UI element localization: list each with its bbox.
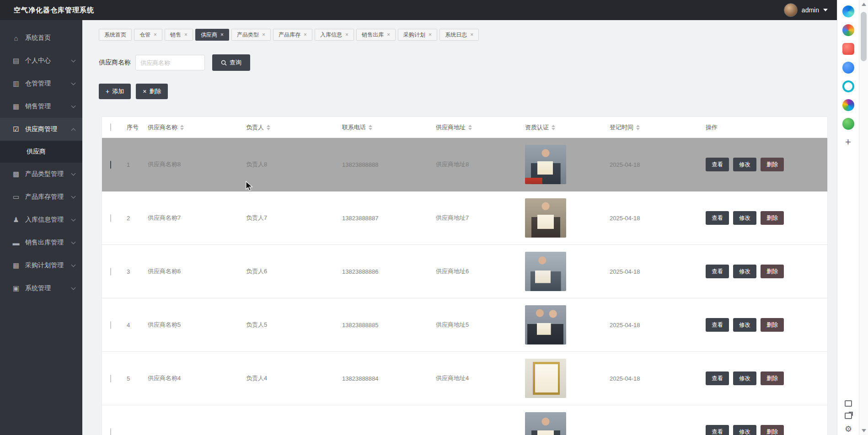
- add-button[interactable]: + 添加: [99, 84, 131, 99]
- row-checkbox[interactable]: [110, 375, 111, 382]
- sidebar-item-home[interactable]: ⌂ 系统首页: [0, 27, 82, 49]
- close-icon[interactable]: ×: [262, 32, 265, 37]
- scrollbar-thumb[interactable]: [861, 12, 867, 61]
- row-delete-button[interactable]: 删除: [761, 265, 784, 278]
- certificate-photo[interactable]: [525, 305, 566, 345]
- tab-home[interactable]: 系统首页: [99, 29, 132, 41]
- scrollbar[interactable]: [859, 0, 868, 435]
- edit-button[interactable]: 修改: [733, 158, 756, 171]
- select-all-checkbox[interactable]: [110, 123, 111, 131]
- sort-icon: [180, 125, 184, 130]
- sidebar-subitem-supplier[interactable]: 供应商: [0, 141, 82, 163]
- plus-icon: +: [106, 88, 109, 95]
- profile-icon: ▤: [12, 57, 20, 65]
- tab-inbound-info[interactable]: 入库信息×: [315, 29, 354, 41]
- sidebar-item-warehouse[interactable]: ▥ 仓管管理: [0, 72, 82, 95]
- tab-purchase-plan[interactable]: 采购计划×: [398, 29, 437, 41]
- sidebar-item-system[interactable]: ▣ 系统管理: [0, 277, 82, 300]
- tab-system-log[interactable]: 系统日志×: [439, 29, 479, 41]
- edit-button[interactable]: 修改: [733, 371, 756, 385]
- purchase-plan-icon: ▦: [12, 261, 20, 270]
- chevron-down-icon: [71, 81, 76, 85]
- view-button[interactable]: 查看: [706, 371, 729, 385]
- query-button[interactable]: 查询: [212, 54, 250, 71]
- row-delete-button[interactable]: 删除: [761, 425, 784, 435]
- view-button[interactable]: 查看: [706, 211, 729, 225]
- view-button[interactable]: 查看: [706, 318, 729, 332]
- close-icon[interactable]: ×: [345, 32, 348, 37]
- certificate-photo[interactable]: [525, 252, 566, 291]
- row-delete-button[interactable]: 删除: [761, 158, 784, 171]
- row-delete-button[interactable]: 删除: [761, 371, 784, 385]
- sidebar-item-product-type[interactable]: ▩ 产品类型管理: [0, 163, 82, 186]
- manager: 负责人4: [245, 374, 341, 382]
- browser-app-icon[interactable]: [842, 99, 854, 111]
- browser-app-icon[interactable]: [842, 80, 854, 92]
- close-icon[interactable]: ×: [304, 32, 307, 37]
- column-header-phone[interactable]: 联系电话: [341, 123, 435, 132]
- close-icon[interactable]: ×: [220, 32, 224, 37]
- close-icon[interactable]: ×: [184, 32, 188, 37]
- row-checkbox[interactable]: [110, 161, 111, 169]
- column-header-certificate[interactable]: 资质认证: [524, 123, 609, 132]
- column-header-manager[interactable]: 负责人: [245, 123, 341, 132]
- sidebar-item-purchase-plan[interactable]: ▦ 采购计划管理: [0, 254, 82, 277]
- open-external-icon[interactable]: [845, 413, 852, 419]
- user-menu[interactable]: admin: [784, 3, 828, 17]
- certificate-photo[interactable]: [525, 412, 566, 435]
- delete-button[interactable]: × 删除: [136, 84, 168, 99]
- edit-button[interactable]: 修改: [733, 425, 756, 435]
- view-button[interactable]: 查看: [706, 158, 729, 171]
- window-icon[interactable]: [845, 400, 852, 407]
- edit-button[interactable]: 修改: [733, 265, 756, 278]
- column-header-name[interactable]: 供应商名称: [147, 123, 245, 132]
- tab-product-stock[interactable]: 产品库存×: [273, 29, 312, 41]
- close-icon[interactable]: ×: [387, 32, 390, 37]
- scroll-down-arrow-icon[interactable]: [862, 429, 866, 432]
- close-icon[interactable]: ×: [154, 32, 157, 37]
- column-header-address[interactable]: 供应商地址: [435, 123, 524, 132]
- tab-sales[interactable]: 销售×: [165, 29, 193, 41]
- certificate-photo[interactable]: [525, 145, 566, 184]
- browser-app-icon[interactable]: [842, 62, 854, 74]
- supplier-name: 供应商名称7: [147, 214, 245, 222]
- outbound-icon: ▬: [12, 239, 20, 247]
- sidebar-item-product-stock[interactable]: ▭ 产品库存管理: [0, 186, 82, 208]
- row-checkbox[interactable]: [110, 321, 111, 329]
- sidebar-item-profile[interactable]: ▤ 个人中心: [0, 49, 82, 72]
- row-checkbox[interactable]: [110, 214, 111, 222]
- chevron-down-icon: [71, 286, 76, 290]
- column-header-date[interactable]: 登记时间: [609, 123, 705, 132]
- tab-warehouse[interactable]: 仓管×: [134, 29, 162, 41]
- search-input[interactable]: [135, 55, 205, 70]
- browser-app-icon[interactable]: [842, 5, 854, 17]
- row-checkbox[interactable]: [110, 268, 111, 276]
- scroll-up-arrow-icon[interactable]: [862, 3, 866, 6]
- view-button[interactable]: 查看: [706, 265, 729, 278]
- certificate-photo[interactable]: [525, 359, 566, 398]
- sidebar-item-sales-outbound[interactable]: ▬ 销售出库管理: [0, 231, 82, 254]
- close-icon[interactable]: ×: [470, 32, 473, 37]
- close-icon[interactable]: ×: [429, 32, 432, 37]
- sidebar-item-sales[interactable]: ▦ 销售管理: [0, 95, 82, 118]
- sidebar-item-inbound-info[interactable]: ♟ 入库信息管理: [0, 208, 82, 231]
- edit-button[interactable]: 修改: [733, 318, 756, 332]
- row-delete-button[interactable]: 删除: [761, 211, 784, 225]
- register-date: 2025-04-18: [609, 215, 705, 222]
- view-button[interactable]: 查看: [706, 425, 729, 435]
- edit-button[interactable]: 修改: [733, 211, 756, 225]
- add-icon[interactable]: +: [842, 137, 854, 149]
- browser-app-icon[interactable]: [842, 24, 854, 36]
- row-checkbox[interactable]: [110, 428, 111, 435]
- tab-product-type[interactable]: 产品类型×: [231, 29, 271, 41]
- settings-gear-icon[interactable]: ⚙: [845, 425, 852, 433]
- product-type-icon: ▩: [12, 170, 20, 178]
- row-delete-button[interactable]: 删除: [761, 318, 784, 332]
- tab-sales-outbound[interactable]: 销售出库×: [356, 29, 396, 41]
- browser-app-icon[interactable]: [842, 118, 854, 130]
- browser-app-icon[interactable]: [842, 43, 854, 55]
- tab-supplier[interactable]: 供应商×: [195, 29, 229, 41]
- certificate-photo[interactable]: [525, 198, 566, 238]
- supplier-name: 供应商名称8: [147, 160, 245, 169]
- sidebar-item-supplier-management[interactable]: ☑ 供应商管理: [0, 118, 82, 141]
